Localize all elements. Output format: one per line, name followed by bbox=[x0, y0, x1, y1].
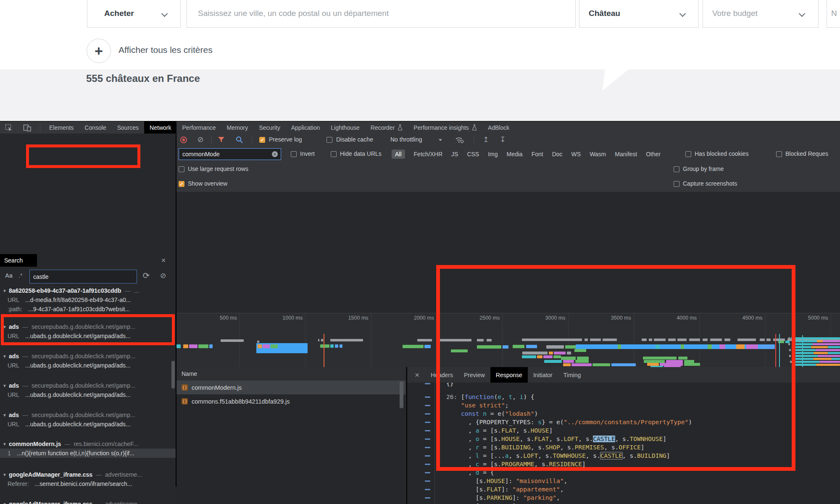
search-result-line[interactable]: Referer:...sement.bienici.com/iframe/sea… bbox=[0, 479, 176, 488]
search-result-line[interactable]: URL...ubads.g.doubleclick.net/gampad/ads… bbox=[0, 420, 176, 429]
search-result-group[interactable]: ▼8a620258-eb49-4c37-a0a7-1af91c03cddb—..… bbox=[0, 286, 176, 295]
throttling-select[interactable]: No throttling bbox=[390, 136, 422, 143]
clear-icon[interactable]: ⊘ bbox=[196, 135, 205, 144]
devtools-tab-lighthouse[interactable]: Lighthouse bbox=[325, 121, 365, 134]
search-scrollbar[interactable] bbox=[171, 361, 175, 388]
clear-filter-icon[interactable]: × bbox=[272, 151, 278, 157]
search-result-group[interactable]: ▼ads—securepubads.g.doubleclick.net/gamp… bbox=[0, 381, 176, 390]
close-request-icon[interactable]: × bbox=[407, 370, 425, 380]
invert-checkbox[interactable] bbox=[291, 151, 297, 157]
request-row-commonmodern-js[interactable]: {}commonModern.js bbox=[176, 381, 406, 394]
location-search-input[interactable]: Saisissez une ville, un code postal ou u… bbox=[187, 0, 576, 28]
filter-icon[interactable] bbox=[217, 136, 225, 143]
code-line: [s.HOUSE]: "maisonvilla", bbox=[446, 477, 567, 485]
timeline-bar bbox=[794, 358, 813, 360]
filter-type-wasm[interactable]: Wasm bbox=[590, 151, 606, 158]
timeline-bar bbox=[816, 364, 840, 366]
large-rows-checkbox[interactable] bbox=[179, 166, 184, 172]
property-type-select[interactable]: Château bbox=[579, 0, 699, 28]
show-overview-checkbox[interactable]: ✓ bbox=[179, 181, 184, 187]
devtools-tab-security[interactable]: Security bbox=[253, 121, 286, 134]
fold-marker-icon[interactable] bbox=[425, 447, 430, 448]
import-har-icon[interactable]: ↥ bbox=[481, 135, 490, 144]
requests-header[interactable]: Name bbox=[176, 367, 406, 381]
fold-marker-icon[interactable] bbox=[425, 480, 430, 482]
filter-type-doc[interactable]: Doc bbox=[552, 151, 563, 158]
network-conditions-icon[interactable] bbox=[454, 135, 464, 144]
timeline-gridline bbox=[371, 313, 371, 368]
filter-type-img[interactable]: Img bbox=[488, 151, 498, 158]
search-icon[interactable] bbox=[235, 135, 243, 144]
plus-icon[interactable]: + bbox=[87, 39, 111, 63]
blocked-requests-checkbox[interactable] bbox=[776, 151, 782, 157]
fold-marker-icon[interactable] bbox=[425, 497, 430, 499]
filter-type-ws[interactable]: WS bbox=[571, 151, 581, 158]
devtools-tab-memory[interactable]: Memory bbox=[221, 121, 254, 134]
filter-type-fetch-xhr[interactable]: Fetch/XHR bbox=[414, 151, 442, 158]
search-result-line[interactable]: 1...n(){return function e(t,i,n){functio… bbox=[0, 449, 176, 458]
filter-type-media[interactable]: Media bbox=[507, 151, 523, 158]
fold-marker-icon[interactable] bbox=[425, 383, 430, 384]
filter-type-manifest[interactable]: Manifest bbox=[615, 151, 637, 158]
show-all-criteria-link[interactable]: Afficher tous les critères bbox=[118, 45, 213, 55]
request-row-commons-f51abb8b94211dbfa929-js[interactable]: {}commons.f51abb8b94211dbfa929.js bbox=[176, 394, 406, 408]
requests-scrollbar[interactable] bbox=[400, 381, 403, 408]
fold-marker-icon[interactable] bbox=[425, 413, 430, 415]
filter-type-other[interactable]: Other bbox=[646, 151, 661, 158]
preserve-log-checkbox[interactable]: ✓ bbox=[259, 137, 265, 143]
fold-marker-icon[interactable] bbox=[425, 455, 430, 457]
search-result-line[interactable]: URL...ubads.g.doubleclick.net/gampad/ads… bbox=[0, 361, 176, 370]
fold-marker-icon[interactable] bbox=[425, 472, 430, 473]
fold-marker-icon[interactable] bbox=[425, 464, 430, 465]
transaction-select[interactable]: Acheter bbox=[87, 0, 181, 28]
search-result-group[interactable]: ▼ads—securepubads.g.doubleclick.net/gamp… bbox=[0, 410, 176, 420]
hide-data-urls-checkbox[interactable] bbox=[331, 151, 337, 157]
filter-type-css[interactable]: CSS bbox=[467, 151, 479, 158]
fold-marker-icon[interactable] bbox=[425, 489, 430, 490]
timeline-bar bbox=[813, 358, 832, 360]
search-result-line[interactable]: URL...d-media.fr/t/8a620258-eb49-4c37-a0… bbox=[0, 295, 176, 304]
timeline-tick-label: 1000 ms bbox=[269, 315, 303, 321]
fold-marker-icon[interactable] bbox=[425, 405, 430, 406]
banner-notch bbox=[602, 69, 629, 91]
annotation-box-response-code bbox=[436, 265, 795, 471]
timeline-bar bbox=[817, 340, 823, 342]
search-panel: Search × Aa .* castle ⟳ ⊘ ▼8a620258-eb49… bbox=[0, 254, 176, 504]
filter-type-all[interactable]: All bbox=[392, 150, 405, 159]
search-result-group[interactable]: ▼googleAdManager_iframe.css—advertiseme.… bbox=[0, 470, 176, 479]
devtools-tab-performance-insights[interactable]: Performance insights bbox=[408, 121, 482, 134]
search-result-group[interactable]: ▼ads—securepubads.g.doubleclick.net/gamp… bbox=[0, 352, 176, 361]
disable-cache-checkbox[interactable] bbox=[327, 137, 332, 143]
search-result-group[interactable]: ▼commonModern.js—res.bienici.com/cacheF.… bbox=[0, 439, 176, 449]
export-har-icon[interactable]: ↧ bbox=[498, 135, 507, 144]
devtools-tab-adblock[interactable]: AdBlock bbox=[482, 121, 515, 134]
transaction-label: Acheter bbox=[104, 9, 134, 18]
filter-type-font[interactable]: Font bbox=[532, 151, 543, 158]
devtools-tab-application[interactable]: Application bbox=[286, 121, 326, 134]
network-filter-input[interactable]: commonMode bbox=[179, 148, 281, 160]
fold-marker-icon[interactable] bbox=[425, 396, 430, 398]
search-result-line[interactable]: URL...ubads.g.doubleclick.net/gampad/ads… bbox=[0, 390, 176, 399]
devtools-tab-recorder[interactable]: Recorder bbox=[365, 121, 408, 134]
group-by-frame-checkbox[interactable] bbox=[674, 166, 679, 172]
budget-select[interactable]: Votre budget bbox=[703, 0, 819, 28]
fold-marker-icon[interactable] bbox=[425, 422, 430, 423]
fold-marker-icon[interactable] bbox=[425, 438, 430, 440]
capture-screenshots-checkbox[interactable] bbox=[674, 181, 679, 187]
search-result-group[interactable]: ▼googleAdManager_iframe.css—advertiseme.… bbox=[0, 499, 176, 504]
rooms-select-partial[interactable]: N bbox=[827, 0, 840, 28]
location-placeholder: Saisissez une ville, un code postal ou u… bbox=[198, 9, 389, 18]
code-line: [s.TERRAIN]: "terrain", bbox=[446, 502, 560, 504]
filter-type-js[interactable]: JS bbox=[451, 151, 458, 158]
code-line: [s.PARKING]: "parking", bbox=[446, 494, 560, 502]
devtools-tab-performance[interactable]: Performance bbox=[176, 121, 221, 134]
timeline-bar bbox=[257, 341, 259, 343]
fold-marker-icon[interactable] bbox=[425, 430, 430, 431]
has-blocked-cookies-checkbox[interactable] bbox=[685, 151, 691, 157]
chevron-down-icon bbox=[161, 10, 168, 17]
record-icon[interactable] bbox=[179, 136, 188, 144]
network-filter-bar: commonMode × Invert Hide data URLs AllFe… bbox=[176, 146, 840, 163]
panel-divider[interactable] bbox=[176, 133, 176, 487]
search-result-line[interactable]: :path:...9-4c37-a0a7-1af91c03cddb?websit… bbox=[0, 304, 176, 314]
timeline-bar bbox=[793, 355, 818, 357]
